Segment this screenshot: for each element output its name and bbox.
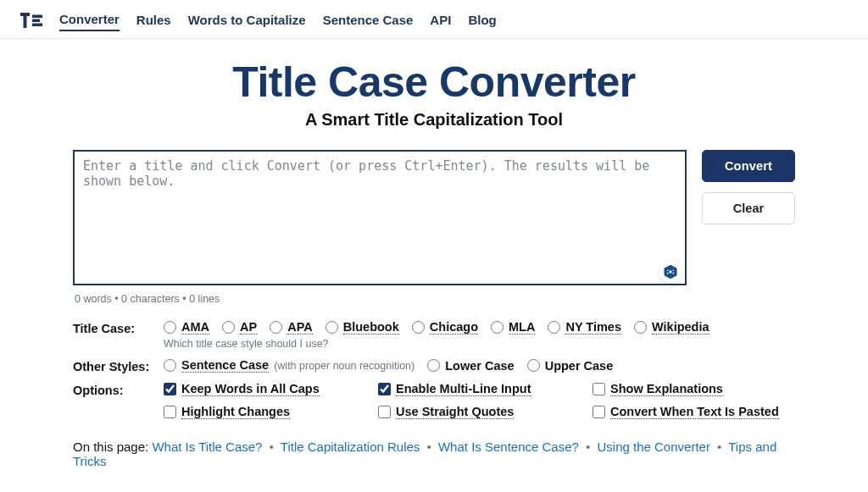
- nav-link-blog[interactable]: Blog: [468, 9, 496, 30]
- clear-button[interactable]: Clear: [702, 192, 795, 224]
- radio-chicago[interactable]: Chicago: [412, 320, 478, 334]
- bullet-sep: •: [427, 439, 431, 454]
- check-highlight[interactable]: Highlight Changes: [164, 405, 366, 419]
- svg-point-7: [667, 270, 669, 272]
- options-label: Options:: [73, 382, 155, 397]
- options-checks: Keep Words in All Caps Enable Multi-Line…: [164, 382, 795, 419]
- otherstyles-label: Other Styles:: [73, 358, 155, 373]
- on-this-page-lead: On this page:: [73, 439, 148, 454]
- check-explain-input[interactable]: [593, 383, 605, 395]
- nav: Converter Rules Words to Capitalize Sent…: [0, 0, 868, 38]
- check-explain-label: Show Explanations: [610, 382, 723, 396]
- radio-lower-input[interactable]: [427, 359, 440, 372]
- bullet-sep: •: [586, 439, 590, 454]
- radio-nytimes-label: NY Times: [565, 320, 621, 334]
- radio-lower[interactable]: Lower Case: [427, 359, 514, 373]
- radio-sentence-label: Sentence Case: [181, 358, 269, 373]
- check-multiline[interactable]: Enable Multi-Line Input: [378, 382, 581, 396]
- radio-sentence[interactable]: Sentence Case (with proper noun recognit…: [164, 358, 415, 373]
- nav-link-words-to-capitalize[interactable]: Words to Capitalize: [188, 9, 306, 30]
- check-straight-input[interactable]: [378, 406, 391, 418]
- radio-upper[interactable]: Upper Case: [527, 359, 614, 373]
- check-onpaste-label: Convert When Text Is Pasted: [610, 405, 779, 419]
- radio-apa-label: APA: [287, 320, 313, 334]
- check-explain[interactable]: Show Explanations: [593, 382, 795, 396]
- titlecase-label: Title Case:: [73, 320, 155, 335]
- page: Title Case Converter A Smart Title Capit…: [53, 58, 815, 468]
- radio-upper-label: Upper Case: [545, 359, 614, 373]
- page-title: Title Case Converter: [73, 58, 795, 107]
- page-subtitle: A Smart Title Capitalization Tool: [73, 110, 795, 130]
- svg-rect-1: [24, 13, 27, 28]
- radio-chicago-label: Chicago: [430, 320, 478, 334]
- bullet-sep: •: [270, 439, 274, 454]
- check-onpaste[interactable]: Convert When Text Is Pasted: [593, 405, 795, 419]
- sentence-note: (with proper noun recognition): [274, 360, 415, 372]
- otp-link-using-the-converter[interactable]: Using the Converter: [598, 439, 710, 454]
- check-straight-label: Use Straight Quotes: [396, 405, 514, 419]
- logo-icon: [20, 13, 42, 28]
- radio-ap-label: AP: [240, 320, 257, 334]
- radio-mla-label: MLA: [509, 320, 535, 334]
- top-navbar: Converter Rules Words to Capitalize Sent…: [0, 0, 868, 39]
- radio-lower-label: Lower Case: [445, 359, 514, 373]
- radio-sentence-input[interactable]: [164, 359, 176, 372]
- radio-chicago-input[interactable]: [412, 321, 425, 334]
- radio-bluebook[interactable]: Bluebook: [326, 320, 399, 334]
- nav-link-rules[interactable]: Rules: [136, 9, 171, 30]
- check-multiline-input[interactable]: [378, 383, 391, 395]
- check-onpaste-input[interactable]: [593, 406, 605, 418]
- site-logo[interactable]: [20, 13, 42, 28]
- svg-point-6: [669, 270, 671, 273]
- bullet-sep: •: [717, 439, 721, 454]
- check-straight[interactable]: Use Straight Quotes: [378, 405, 581, 419]
- radio-apa[interactable]: APA: [270, 320, 313, 334]
- svg-rect-3: [32, 19, 40, 22]
- titlecase-radios: AMA AP APA Bluebook Chicago: [164, 320, 795, 334]
- svg-point-9: [667, 273, 669, 274]
- otp-link-title-capitalization-rules[interactable]: Title Capitalization Rules: [281, 439, 420, 454]
- check-allcaps[interactable]: Keep Words in All Caps: [164, 382, 366, 396]
- radio-bluebook-label: Bluebook: [343, 320, 399, 334]
- extension-badge-icon[interactable]: [659, 261, 682, 283]
- svg-rect-2: [32, 14, 42, 18]
- check-multiline-label: Enable Multi-Line Input: [396, 382, 531, 396]
- sidebar-buttons: Convert Clear: [702, 150, 795, 224]
- titlecase-helper[interactable]: Which title case style should I use?: [164, 338, 795, 350]
- nav-link-converter[interactable]: Converter: [59, 8, 120, 31]
- radio-ap-input[interactable]: [222, 321, 235, 334]
- radio-mla[interactable]: MLA: [491, 320, 535, 334]
- convert-button[interactable]: Convert: [702, 150, 795, 182]
- io-row: Convert Clear: [73, 150, 795, 288]
- otherstyles-radios: Sentence Case (with proper noun recognit…: [164, 358, 795, 373]
- nav-link-api[interactable]: API: [430, 9, 451, 30]
- otp-link-what-is-title-case[interactable]: What Is Title Case?: [152, 439, 262, 454]
- radio-wikipedia-label: Wikipedia: [652, 320, 709, 334]
- check-allcaps-input[interactable]: [164, 383, 176, 395]
- check-allcaps-label: Keep Words in All Caps: [181, 382, 320, 396]
- textarea-wrap: [73, 150, 687, 288]
- otp-link-what-is-sentence-case[interactable]: What Is Sentence Case?: [438, 439, 579, 454]
- titlecase-row: Title Case: AMA AP APA Bluebook: [73, 320, 795, 350]
- radio-ap[interactable]: AP: [222, 320, 257, 334]
- svg-point-8: [673, 270, 675, 272]
- title-input[interactable]: [73, 150, 687, 285]
- radio-ama-input[interactable]: [164, 321, 176, 334]
- radio-upper-input[interactable]: [527, 359, 540, 372]
- radio-nytimes-input[interactable]: [548, 321, 560, 334]
- svg-point-10: [673, 273, 675, 274]
- check-highlight-label: Highlight Changes: [181, 405, 290, 419]
- otherstyles-row: Other Styles: Sentence Case (with proper…: [73, 358, 795, 373]
- radio-ama-label: AMA: [181, 320, 209, 334]
- options-row: Options: Keep Words in All Caps Enable M…: [73, 382, 795, 419]
- radio-nytimes[interactable]: NY Times: [548, 320, 621, 334]
- radio-bluebook-input[interactable]: [326, 321, 338, 334]
- on-this-page: On this page: What Is Title Case? • Titl…: [73, 439, 795, 468]
- radio-apa-input[interactable]: [270, 321, 282, 334]
- radio-wikipedia-input[interactable]: [634, 321, 647, 334]
- radio-wikipedia[interactable]: Wikipedia: [634, 320, 709, 334]
- check-highlight-input[interactable]: [164, 406, 176, 418]
- nav-link-sentence-case[interactable]: Sentence Case: [323, 9, 414, 30]
- radio-mla-input[interactable]: [491, 321, 504, 334]
- radio-ama[interactable]: AMA: [164, 320, 209, 334]
